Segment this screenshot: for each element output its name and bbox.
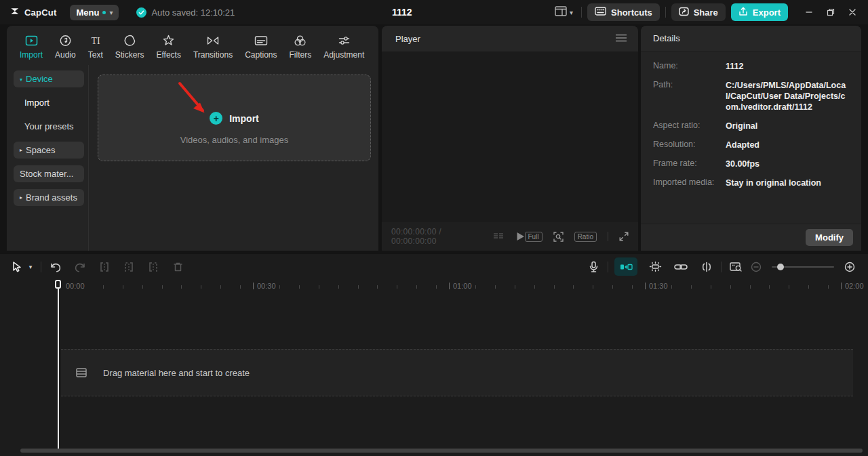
player-preview[interactable]	[382, 51, 638, 222]
delete-right-icon[interactable]	[143, 257, 163, 276]
delete-left-icon[interactable]	[119, 257, 139, 276]
menu-notification-dot	[102, 11, 106, 14]
undo-button[interactable]	[45, 257, 66, 276]
delete-icon[interactable]	[167, 257, 188, 276]
import-dropzone-subtitle: Videos, audios, and images	[98, 135, 370, 145]
record-voiceover-icon[interactable]	[583, 257, 604, 276]
minimize-button[interactable]	[800, 3, 818, 21]
share-label: Share	[694, 7, 718, 18]
tab-label: Filters	[290, 50, 312, 60]
sidebar-item-device[interactable]: ▾ Device	[14, 70, 84, 87]
layout-switcher[interactable]: ▾	[555, 6, 573, 19]
media-tab-bar: Import Audio TI Text Stickers Effects Tr…	[7, 26, 378, 65]
detail-value: 30.00fps	[726, 159, 849, 169]
sidebar-item-import[interactable]: Import	[14, 94, 84, 111]
zoom-in-icon[interactable]	[840, 257, 860, 276]
menu-button[interactable]: Menu ▾	[70, 5, 119, 20]
frame-list-icon[interactable]	[493, 232, 504, 241]
zoom-slider-handle[interactable]	[777, 264, 784, 270]
detail-label: Name:	[653, 61, 726, 72]
share-icon	[679, 7, 689, 18]
select-cursor-tool[interactable]	[8, 257, 24, 276]
ruler-tick	[769, 285, 770, 289]
ratio-button[interactable]: Ratio	[574, 232, 597, 242]
tab-text[interactable]: TI Text	[82, 31, 109, 65]
main-track-magnet-icon[interactable]	[645, 257, 665, 276]
tab-import[interactable]: Import	[14, 31, 49, 65]
ruler-tick	[730, 285, 731, 289]
export-icon	[738, 7, 748, 18]
player-menu-icon[interactable]	[615, 33, 627, 45]
ruler-tick	[240, 285, 241, 289]
ruler-tick	[338, 285, 339, 289]
titlebar-separator	[581, 7, 582, 18]
film-icon	[76, 368, 87, 377]
close-button[interactable]	[844, 3, 861, 21]
import-dropzone[interactable]: + Import Videos, audios, and images	[98, 75, 371, 161]
ruler-tick	[789, 285, 789, 289]
ruler-tick	[515, 285, 515, 289]
tab-filters[interactable]: Filters	[283, 31, 318, 65]
preview-quality-icon[interactable]	[726, 257, 746, 276]
ruler-tick	[593, 285, 593, 289]
preview-zoom-icon[interactable]	[553, 232, 564, 242]
autosave-status: Auto saved: 12:10:21	[136, 7, 235, 18]
main-track-dropzone[interactable]: Drag material here and start to create	[61, 349, 853, 396]
shortcuts-button[interactable]: Shortcuts	[587, 3, 660, 21]
player-panel: Player 00:00:00:00 / 00:00:00:00 Full Ra…	[382, 26, 638, 251]
ruler-tick	[436, 285, 437, 289]
detail-row-resolution: Resolution: Adapted	[653, 140, 849, 150]
tab-adjustment[interactable]: Adjustment	[317, 31, 370, 65]
tab-transitions[interactable]: Transitions	[187, 31, 239, 65]
modify-button[interactable]: Modify	[806, 229, 853, 246]
ruler-tick	[377, 285, 378, 289]
detail-row-aspect-ratio: Aspect ratio: Original	[653, 121, 849, 131]
ruler-tick	[397, 285, 397, 289]
restore-button[interactable]	[822, 3, 840, 21]
tab-stickers[interactable]: Stickers	[109, 31, 151, 65]
ruler-tick	[201, 285, 201, 289]
ruler-tick	[671, 285, 672, 289]
zoom-out-icon[interactable]	[746, 257, 766, 276]
overwrite-insert-icon[interactable]	[696, 257, 717, 276]
export-button[interactable]: Export	[731, 3, 788, 21]
full-quality-button[interactable]: Full	[525, 232, 542, 242]
split-clip-icon[interactable]	[94, 257, 115, 276]
ruler-tick	[808, 285, 809, 289]
ruler-tick	[711, 285, 711, 289]
detail-label: Path:	[653, 80, 726, 112]
link-clips-icon[interactable]	[671, 257, 691, 276]
redo-button[interactable]	[70, 257, 90, 276]
detail-value: C:/Users/PMLS/AppData/Local/CapCut/User …	[726, 80, 849, 112]
ruler-tick	[691, 285, 692, 289]
fullscreen-icon[interactable]	[619, 232, 629, 241]
toolbar-separator	[721, 262, 722, 272]
menu-label: Menu	[76, 7, 99, 18]
adjustment-tab-icon	[337, 34, 351, 47]
sidebar-item-brand-assets[interactable]: ▸ Brand assets	[14, 189, 84, 206]
tab-audio[interactable]: Audio	[49, 31, 82, 65]
share-button[interactable]: Share	[671, 3, 726, 21]
auto-snap-toggle[interactable]	[614, 257, 637, 276]
timeline-panel: ▾	[0, 254, 868, 456]
timeline-horizontal-scrollbar[interactable]	[20, 449, 863, 453]
detail-label: Resolution:	[653, 140, 726, 150]
sidebar-item-label: Import	[24, 98, 50, 108]
timeline-zoom-slider[interactable]	[772, 266, 834, 268]
svg-text:TI: TI	[91, 36, 100, 46]
detail-row-imported-media: Imported media: Stay in original locatio…	[653, 178, 849, 188]
sidebar-item-spaces[interactable]: ▸ Spaces	[14, 142, 84, 159]
sidebar-item-stock-material[interactable]: Stock mater...	[14, 165, 84, 182]
cursor-tool-dropdown-icon[interactable]: ▾	[24, 257, 37, 276]
sidebar-item-your-presets[interactable]: Your presets	[14, 118, 84, 135]
ruler-tick	[162, 285, 163, 289]
caret-down-icon: ▾	[20, 77, 22, 83]
titlebar: CapCut Menu ▾ Auto saved: 12:10:21 1112 …	[0, 0, 868, 24]
autosave-text: Auto saved: 12:10:21	[151, 7, 235, 18]
tab-effects[interactable]: Effects	[150, 31, 186, 65]
timeline-ruler[interactable]: 00:00 00:30 01:00 01:30 02:00	[0, 279, 868, 294]
play-button[interactable]	[516, 232, 525, 241]
effects-tab-icon	[161, 34, 176, 47]
app-name: CapCut	[24, 7, 56, 18]
tab-captions[interactable]: Captions	[239, 31, 283, 65]
